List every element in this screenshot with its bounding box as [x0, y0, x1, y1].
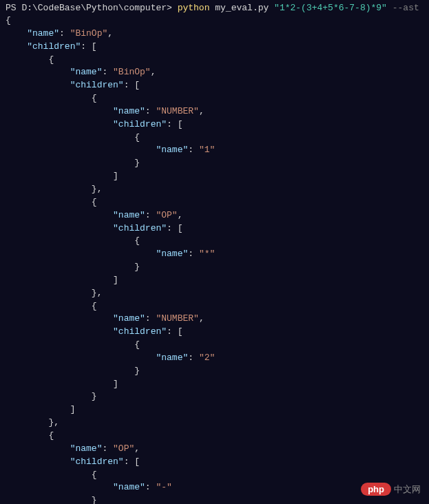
json-output: { "name": "BinOp", "children": [ { "name… [6, 14, 423, 504]
python-command: python [178, 3, 210, 13]
watermark-text: 中文网 [394, 483, 421, 496]
terminal-prompt-line: PS D:\CodeBase\Python\computer> python m… [6, 3, 423, 13]
watermark: php 中文网 [361, 483, 421, 496]
command-flag: --ast [387, 3, 419, 13]
prompt-separator: > [167, 3, 178, 13]
watermark-badge: php [361, 483, 391, 496]
prompt-prefix: PS [6, 3, 21, 13]
command-arg: "1*2-(3+4+5*6-7-8)*9" [274, 3, 387, 13]
script-name: my_eval.py [209, 3, 274, 13]
prompt-path: D:\CodeBase\Python\computer [21, 3, 167, 13]
